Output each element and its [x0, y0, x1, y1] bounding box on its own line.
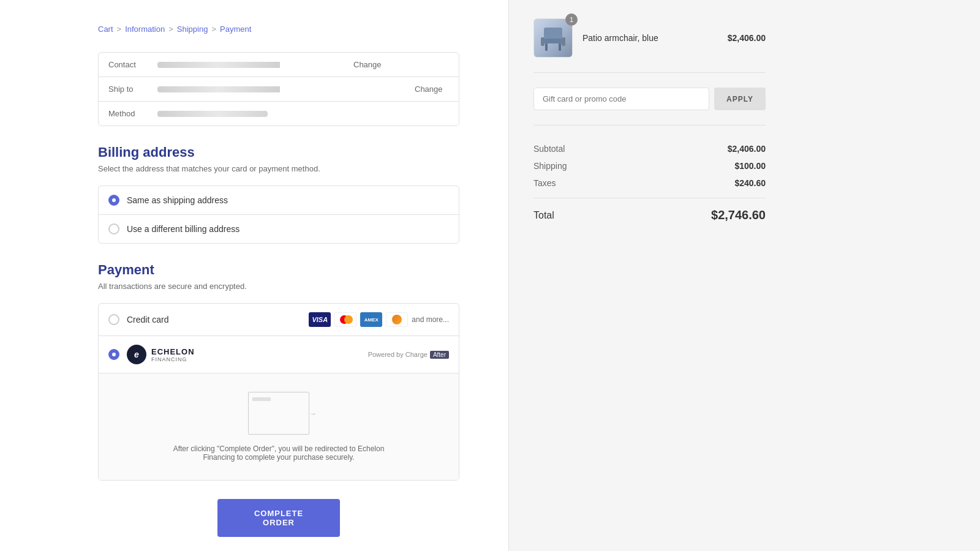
mastercard-icon: [334, 312, 356, 327]
product-quantity-badge: 1: [565, 13, 578, 26]
grand-total-label: Total: [533, 210, 554, 221]
product-row: 1 Patio armchair, blue $2,406.00: [533, 18, 766, 73]
svg-rect-0: [544, 28, 562, 39]
taxes-label: Taxes: [533, 178, 556, 188]
billing-address-title: Billing address: [98, 144, 459, 160]
frame-arrow-icon: →: [310, 410, 316, 417]
svg-rect-5: [562, 37, 565, 46]
taxes-value: $240.60: [734, 178, 766, 188]
billing-address-section: Billing address Select the address that …: [98, 144, 459, 244]
svg-rect-1: [543, 39, 564, 43]
echelon-circle-icon: e: [127, 345, 146, 364]
totals: Subtotal $2,406.00 Shipping $100.00 Taxe…: [533, 140, 766, 222]
ship-to-value: [157, 86, 415, 92]
credit-card-row[interactable]: Credit card VISA AMEX and more...: [99, 304, 459, 336]
different-billing-label: Use a different billing address: [127, 224, 239, 234]
contact-value: [157, 62, 353, 68]
promo-row: APPLY: [533, 88, 766, 126]
breadcrumb-sep-2: >: [168, 24, 173, 34]
breadcrumb-cart[interactable]: Cart: [98, 24, 113, 34]
same-as-shipping-row[interactable]: Same as shipping address: [99, 186, 459, 215]
different-billing-row[interactable]: Use a different billing address: [99, 215, 459, 243]
echelon-text: echelon FINANCING: [151, 347, 195, 362]
product-info: Patio armchair, blue: [582, 33, 728, 43]
shipping-value: $100.00: [734, 161, 766, 171]
grand-total-value: $2,746.60: [711, 208, 766, 222]
powered-by-text: Powered by Charge: [368, 351, 428, 358]
svg-rect-3: [559, 43, 561, 51]
apply-promo-button[interactable]: APPLY: [714, 88, 766, 110]
discover-icon: [386, 312, 408, 327]
method-value: [157, 111, 268, 117]
charge-after-badge: After: [430, 351, 449, 359]
credit-card-radio[interactable]: [108, 314, 119, 325]
method-row: Method: [99, 102, 459, 126]
method-label: Method: [108, 109, 157, 118]
breadcrumb-sep-3: >: [211, 24, 216, 34]
shipping-label: Shipping: [533, 161, 567, 171]
different-billing-radio[interactable]: [108, 223, 119, 234]
breadcrumb-sep-1: >: [117, 24, 122, 34]
taxes-row: Taxes $240.60: [533, 174, 766, 192]
ship-to-label: Ship to: [108, 84, 157, 94]
complete-order-button[interactable]: COMPLETE ORDER: [217, 499, 340, 537]
payment-title: Payment: [98, 262, 459, 278]
contact-label: Contact: [108, 60, 157, 69]
subtotal-label: Subtotal: [533, 144, 565, 154]
billing-address-subtitle: Select the address that matches your car…: [98, 164, 459, 173]
echelon-redirect-text: After clicking "Complete Order", you wil…: [156, 444, 401, 462]
echelon-logo: e echelon FINANCING: [127, 345, 195, 364]
product-price: $2,406.00: [728, 33, 766, 43]
left-panel: Cart > Information > Shipping > Payment …: [0, 0, 508, 551]
echelon-radio[interactable]: [108, 349, 119, 360]
shipping-row: Shipping $100.00: [533, 157, 766, 174]
contact-change-button[interactable]: Change: [353, 60, 382, 69]
svg-rect-2: [545, 43, 548, 51]
promo-input[interactable]: [533, 88, 709, 110]
breadcrumb: Cart > Information > Shipping > Payment: [98, 24, 459, 34]
info-box: Contact Change Ship to Change Method: [98, 52, 459, 126]
subtotal-value: $2,406.00: [728, 144, 766, 154]
amex-icon: AMEX: [360, 312, 382, 327]
powered-by: Powered by Charge After: [368, 351, 449, 359]
payment-options-box: Credit card VISA AMEX and more... e eche…: [98, 303, 459, 481]
echelon-financing-label: FINANCING: [151, 356, 195, 362]
card-icons-group: VISA AMEX and more...: [309, 312, 449, 327]
contact-row: Contact Change: [99, 53, 459, 77]
visa-icon: VISA: [309, 312, 331, 327]
ship-to-row: Ship to Change: [99, 77, 459, 102]
echelon-row[interactable]: e echelon FINANCING Powered by Charge Af…: [99, 336, 459, 373]
more-cards-text: and more...: [412, 315, 449, 324]
same-as-shipping-radio[interactable]: [108, 195, 119, 206]
product-image: [533, 18, 573, 58]
product-image-svg: [538, 23, 568, 53]
billing-address-options: Same as shipping address Use a different…: [98, 186, 459, 244]
product-name: Patio armchair, blue: [582, 33, 728, 43]
echelon-frame-placeholder: →: [248, 392, 309, 435]
ship-to-change-button[interactable]: Change: [415, 84, 443, 94]
payment-subtitle: All transactions are secure and encrypte…: [98, 282, 459, 291]
right-panel: 1 Patio armchair, blue $2,406.00 APPLY S…: [508, 0, 790, 551]
grand-total-row: Total $2,746.60: [533, 198, 766, 222]
same-as-shipping-label: Same as shipping address: [127, 195, 228, 205]
product-image-container: 1: [533, 18, 573, 58]
echelon-expanded: → After clicking "Complete Order", you w…: [99, 373, 459, 480]
breadcrumb-shipping[interactable]: Shipping: [177, 24, 208, 34]
subtotal-row: Subtotal $2,406.00: [533, 140, 766, 157]
credit-card-label: Credit card: [127, 315, 309, 324]
echelon-name: echelon: [151, 347, 195, 356]
breadcrumb-payment: Payment: [220, 24, 251, 34]
payment-section: Payment All transactions are secure and …: [98, 262, 459, 481]
breadcrumb-information[interactable]: Information: [125, 24, 165, 34]
svg-rect-4: [541, 37, 545, 46]
